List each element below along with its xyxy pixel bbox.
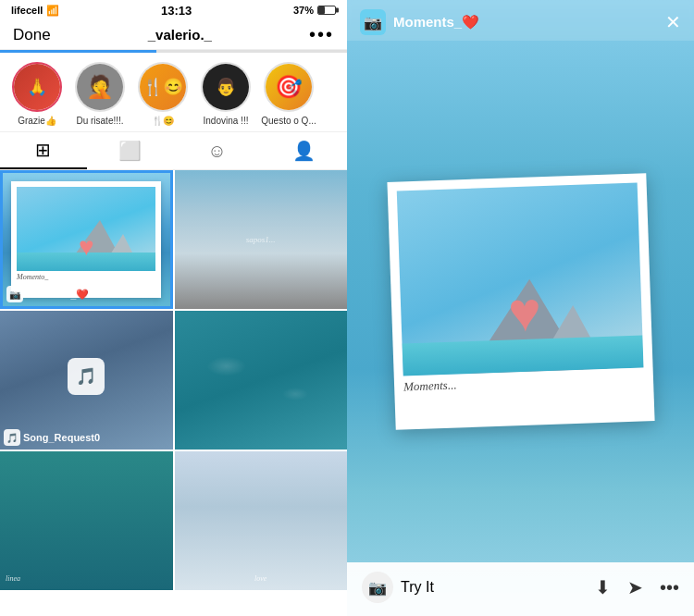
linea-cell[interactable]: linea [0, 451, 173, 590]
status-bar: lifecell 📶 13:13 37% [0, 0, 347, 20]
tab-face[interactable]: ☺ [174, 132, 261, 169]
story-item[interactable]: 🤦 Du risate!!!. [72, 62, 128, 126]
try-it-label: Try It [401, 579, 434, 596]
song-icon: 🎵 [68, 358, 105, 395]
cell-label-song: 🎵 Song_Request0 [4, 429, 100, 446]
right-title-area: 📷 Moments_❤️ [360, 9, 479, 35]
big-heart-sticker: ♥ [506, 279, 541, 344]
status-left: lifecell 📶 [11, 5, 59, 17]
pool-cell[interactable] [175, 311, 348, 450]
camera-emoji: 📷 [368, 579, 387, 597]
right-bottom-bar: 📷 Try It ⬇ ➤ ••• [347, 562, 694, 616]
right-panel: 📷 Moments_❤️ ✕ ♥ Moments... 📷 Try It ⬇ [347, 0, 694, 616]
status-right: 37% [293, 5, 336, 16]
love-text: love [254, 574, 266, 583]
story-item[interactable]: 🎯 Questo o Q... [261, 62, 316, 126]
cell-app-icon-song: 🎵 [4, 429, 20, 446]
story-label: 🍴😊 [152, 116, 174, 126]
right-title: Moments_❤️ [393, 14, 479, 31]
photo-grid: ♥ Momento_ 📷 Moments_❤️ sapos1... 🎵 🎵 So… [0, 170, 347, 616]
cell-title-song: Song_Request0 [23, 432, 100, 443]
story-avatar: 🙏 [12, 62, 62, 112]
polaroid-frame: ♥ Momento_ [11, 181, 161, 299]
left-panel: lifecell 📶 13:13 37% Done _valerio._ •••… [0, 0, 347, 616]
clouds-cell[interactable]: love [175, 451, 348, 590]
stories-row: 🙏 Grazie👍 🤦 Du risate!!!. 🍴😊 🍴😊 👨 Indovi… [0, 53, 347, 132]
camera-circle-icon: 📷 [362, 572, 393, 603]
tab-grid[interactable]: ⊞ [0, 132, 87, 169]
story-label: Questo o Q... [261, 116, 316, 126]
big-moments-text: Moments... [403, 371, 643, 394]
story-item[interactable]: 👨 Indovina !!! [198, 62, 254, 126]
send-icon[interactable]: ➤ [627, 576, 643, 598]
status-time: 13:13 [161, 4, 192, 18]
sapos-text: sapos1... [246, 235, 276, 244]
story-item[interactable]: 🍴😊 🍴😊 [135, 62, 191, 126]
story-item[interactable]: 🙏 Grazie👍 [9, 62, 65, 126]
cell-title: Moments_❤️ [26, 289, 89, 301]
sky-cell[interactable]: sapos1... [175, 170, 348, 309]
battery-percent: 37% [293, 5, 314, 16]
story-avatar: 🎯 [264, 62, 314, 112]
story-avatar: 👨 [201, 62, 251, 112]
moments-cell[interactable]: ♥ Momento_ 📷 Moments_❤️ [0, 170, 173, 309]
cell-app-icon: 📷 [6, 286, 23, 302]
top-nav: Done _valerio._ ••• [0, 20, 347, 50]
avatar-image: 🎯 [266, 64, 312, 110]
polaroid-inner: ♥ [17, 187, 155, 272]
story-label: Du risate!!!. [76, 116, 123, 126]
username-label: _valerio._ [148, 27, 212, 43]
avatar-image: 👨 [203, 64, 249, 110]
video-icon: ⬜ [118, 140, 142, 162]
more-icon[interactable]: ••• [660, 577, 679, 598]
cell-label-moments: 📷 Moments_❤️ [6, 286, 89, 302]
tab-person[interactable]: 👤 [260, 132, 347, 169]
avatar-image: 🤦 [77, 64, 123, 110]
face-icon: ☺ [207, 141, 226, 162]
battery-icon [317, 6, 336, 15]
avatar-image: 🍴😊 [140, 64, 186, 110]
story-label: Indovina !!! [204, 116, 249, 126]
more-options-button[interactable]: ••• [309, 24, 334, 45]
big-polaroid-inner: ♥ [396, 183, 643, 376]
story-avatar: 🤦 [75, 62, 125, 112]
tab-bar: ⊞ ⬜ ☺ 👤 [0, 132, 347, 170]
song-cell[interactable]: 🎵 🎵 Song_Request0 [0, 311, 173, 450]
tab-video[interactable]: ⬜ [87, 132, 174, 169]
polaroid-text: Momento_ [17, 271, 155, 281]
person-icon: 👤 [292, 140, 316, 162]
grid-icon: ⊞ [35, 139, 51, 161]
story-label: Grazie👍 [18, 116, 56, 126]
big-polaroid: ♥ Moments... [387, 173, 654, 430]
done-button[interactable]: Done [13, 26, 51, 44]
right-top-bar: 📷 Moments_❤️ ✕ [347, 0, 694, 41]
right-content: ♥ Moments... [347, 41, 694, 562]
pool-pattern [175, 311, 348, 450]
download-icon[interactable]: ⬇ [595, 576, 611, 598]
app-icon-emoji: 📷 [364, 14, 382, 31]
linea-text: linea [6, 574, 20, 583]
right-app-icon: 📷 [360, 9, 386, 35]
heart-sticker: ♥ [79, 232, 94, 262]
right-action-icons: ⬇ ➤ ••• [595, 576, 679, 598]
story-avatar: 🍴😊 [138, 62, 188, 112]
carrier-label: lifecell [11, 5, 43, 16]
close-button[interactable]: ✕ [665, 11, 681, 33]
try-it-button[interactable]: 📷 Try It [362, 572, 434, 603]
wifi-icon: 📶 [46, 5, 59, 17]
avatar-image: 🙏 [14, 64, 60, 110]
